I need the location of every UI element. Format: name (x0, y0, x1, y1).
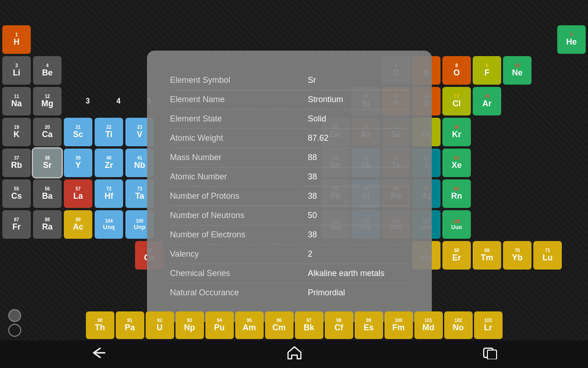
element-lu[interactable]: 71 Lu (533, 241, 562, 270)
modal-row: Number of Protons 38 (170, 187, 409, 206)
modal-value: Strontium (308, 95, 343, 104)
legend-circle-1 (8, 309, 21, 322)
element-ti[interactable]: 22 Ti (95, 118, 123, 146)
element-am[interactable]: 95 Am (235, 311, 264, 339)
element-cm[interactable]: 96 Cm (265, 311, 294, 339)
modal-value: 2 (308, 249, 312, 259)
element-ne[interactable]: 10 Ne (503, 56, 531, 85)
element-ca[interactable]: 20 Ca (33, 118, 62, 146)
element-la[interactable]: 57 La (64, 179, 92, 208)
element-y[interactable]: 39 Y (64, 149, 92, 177)
modal-row: Chemical Series Alkaline earth metals (170, 264, 409, 283)
modal-row: Element Name Strontium (170, 90, 409, 109)
element-k[interactable]: 19 K (2, 118, 31, 146)
element-th[interactable]: 90 Th (86, 311, 114, 339)
modal-row: Element Symbol Sr (170, 71, 409, 90)
element-kr[interactable]: 36 Kr (442, 118, 471, 146)
element-np[interactable]: 93 Np (175, 311, 204, 339)
element-ar[interactable]: 18 Ar (473, 87, 501, 115)
modal-value: Primordial (308, 288, 345, 298)
element-be[interactable]: 4 Be (33, 56, 62, 85)
modal-row: Mass Number 88 (170, 148, 409, 167)
element-bk[interactable]: 97 Bk (295, 311, 323, 339)
element-er[interactable]: 68 Er (442, 241, 471, 270)
modal-label: Element State (170, 114, 308, 124)
modal-value: 38 (308, 191, 317, 201)
element-he[interactable]: 2 He (557, 25, 586, 54)
element-cs[interactable]: 55 Cs (2, 179, 31, 208)
element-ra[interactable]: 88 Ra (33, 210, 62, 239)
element-pa[interactable]: 91 Pa (116, 311, 144, 339)
legend-circle-2 (8, 324, 21, 337)
col-label-4: 4 (104, 87, 133, 115)
element-rb[interactable]: 37 Rb (2, 149, 31, 177)
element-no[interactable]: 102 No (444, 311, 473, 339)
element-ba[interactable]: 56 Ba (33, 179, 62, 208)
modal-value: 38 (308, 172, 317, 182)
element-ac[interactable]: 89 Ac (64, 210, 92, 239)
element-tm[interactable]: 69 Tm (473, 241, 501, 270)
modal-label: Chemical Series (170, 269, 308, 278)
back-button[interactable] (90, 346, 107, 362)
element-uuo[interactable]: 118 Uuo (442, 210, 471, 239)
modal-value: 87.62 (308, 133, 328, 143)
element-mg[interactable]: 12 Mg (33, 87, 62, 115)
modal-row: Atomic Number 38 (170, 167, 409, 187)
recent-button[interactable] (482, 346, 498, 362)
modal-label: Valency (170, 249, 308, 259)
element-fm[interactable]: 100 Fm (384, 311, 413, 339)
element-fr[interactable]: 87 Fr (2, 210, 31, 239)
element-na[interactable]: 11 Na (2, 87, 31, 115)
modal-row: Atomic Weight 87.62 (170, 129, 409, 148)
modal-row: Element State Solid (170, 109, 409, 129)
modal-row: Number of Neutrons 50 (170, 206, 409, 225)
modal-label: Mass Number (170, 153, 308, 162)
element-rn[interactable]: 86 Rn (442, 179, 471, 208)
modal-label: Element Name (170, 95, 308, 104)
modal-label: Number of Protons (170, 191, 308, 201)
modal-label: Atomic Weight (170, 133, 308, 143)
modal-row: Number of Electrons 38 (170, 225, 409, 245)
element-unq[interactable]: 104 Unq (95, 210, 123, 239)
element-detail-modal: Element Symbol Sr Element Name Strontium… (147, 51, 432, 322)
element-es[interactable]: 99 Es (355, 311, 383, 339)
element-li[interactable]: 3 Li (2, 56, 31, 85)
modal-row: Valency 2 (170, 245, 409, 264)
element-cf[interactable]: 98 Cf (325, 311, 353, 339)
bottom-navigation (0, 340, 588, 368)
element-cl[interactable]: 17 Cl (442, 87, 471, 115)
legend-icons (8, 309, 21, 337)
modal-label: Atomic Number (170, 172, 308, 182)
element-xe[interactable]: 54 Xe (442, 149, 471, 177)
element-sc[interactable]: 21 Sc (64, 118, 92, 146)
element-hf[interactable]: 72 Hf (95, 179, 123, 208)
modal-label: Number of Electrons (170, 230, 308, 240)
modal-value: Sr (308, 75, 316, 85)
modal-value: 50 (308, 211, 317, 220)
element-u[interactable]: 92 U (146, 311, 174, 339)
element-yb[interactable]: 70 Yb (503, 241, 531, 270)
element-lr[interactable]: 103 Lr (474, 311, 503, 339)
modal-label: Natural Occurance (170, 288, 308, 298)
element-h[interactable]: 1 H (2, 25, 31, 54)
element-sr[interactable]: 38 Sr (33, 149, 62, 177)
svg-rect-2 (487, 350, 497, 359)
home-button[interactable] (287, 346, 302, 363)
element-o[interactable]: 8 O (442, 56, 471, 85)
element-zr[interactable]: 40 Zr (95, 149, 123, 177)
element-f[interactable]: 9 F (473, 56, 501, 85)
modal-label: Number of Neutrons (170, 211, 308, 220)
modal-label: Element Symbol (170, 75, 308, 85)
element-pu[interactable]: 94 Pu (205, 311, 234, 339)
modal-row: Natural Occurance Primordial (170, 283, 409, 302)
modal-value: Alkaline earth metals (308, 269, 384, 278)
modal-value: 38 (308, 230, 317, 240)
modal-value: Solid (308, 114, 326, 124)
element-md[interactable]: 101 Md (414, 311, 443, 339)
col-label-3: 3 (74, 87, 102, 115)
modal-value: 88 (308, 153, 317, 162)
